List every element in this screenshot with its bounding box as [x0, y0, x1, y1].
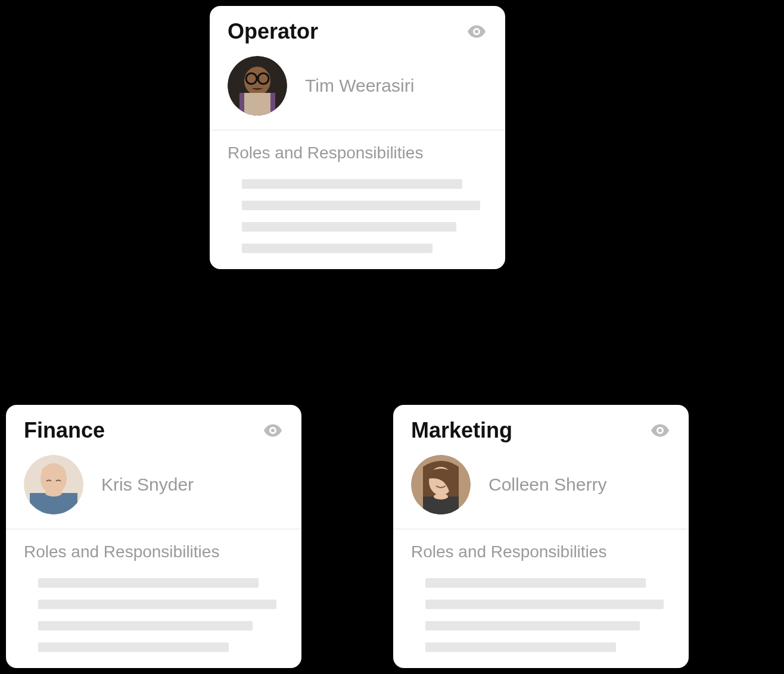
card-title: Finance [24, 418, 105, 443]
svg-point-11 [42, 464, 66, 479]
eye-icon[interactable] [466, 21, 487, 42]
svg-point-18 [434, 494, 448, 500]
org-card-finance[interactable]: Finance Kris Snyder Roles and Responsibi… [5, 404, 303, 669]
roles-heading: Roles and Responsibilities [411, 542, 671, 561]
avatar [228, 56, 287, 116]
roles-placeholder [228, 179, 487, 253]
card-title: Marketing [411, 418, 512, 443]
svg-point-2 [244, 67, 270, 95]
roles-heading: Roles and Responsibilities [24, 542, 284, 561]
roles-placeholder [411, 578, 671, 652]
person-name: Tim Weerasiri [305, 76, 414, 96]
avatar [411, 455, 471, 514]
person-name: Colleen Sherry [489, 475, 606, 495]
card-title: Operator [228, 19, 318, 44]
roles-heading: Roles and Responsibilities [228, 143, 487, 163]
roles-placeholder [24, 578, 284, 652]
person-name: Kris Snyder [101, 475, 194, 495]
org-card-operator[interactable]: Operator Tim Weerasiri Roles and Respons… [209, 5, 506, 270]
svg-point-13 [45, 489, 62, 497]
svg-rect-4 [244, 93, 270, 116]
eye-icon[interactable] [649, 420, 671, 441]
org-card-marketing[interactable]: Marketing Colleen Sherry Roles and Respo… [392, 404, 690, 669]
eye-icon[interactable] [262, 420, 284, 441]
avatar [24, 455, 83, 514]
